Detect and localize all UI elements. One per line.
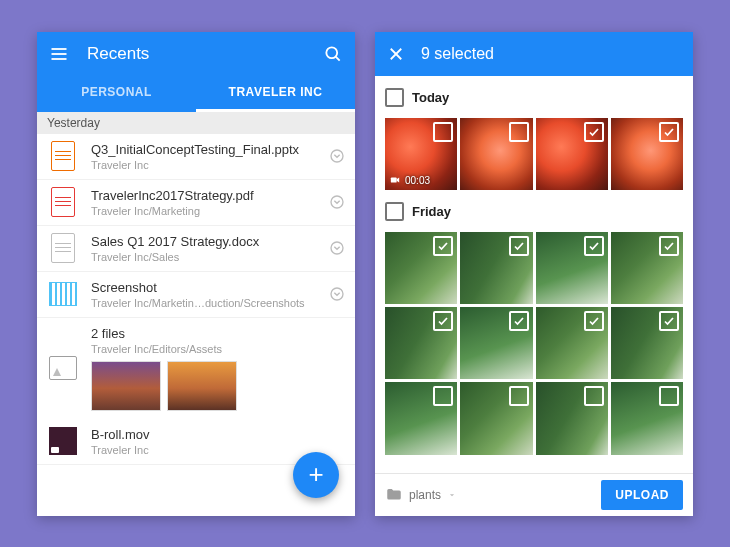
file-name: Q3_InitialConceptTesting_Final.pptx bbox=[91, 142, 329, 157]
photo-tile[interactable] bbox=[385, 382, 457, 454]
tile-checkbox[interactable] bbox=[433, 122, 453, 142]
expand-icon[interactable] bbox=[329, 240, 345, 256]
file-name: TravelerInc2017Strategy.pdf bbox=[91, 188, 329, 203]
day-label: Today bbox=[412, 90, 449, 105]
file-path: Traveler Inc/Marketin…duction/Screenshot… bbox=[91, 297, 329, 309]
pdf-icon bbox=[49, 188, 77, 216]
video-duration: 00:03 bbox=[405, 175, 430, 186]
image-thumbnail[interactable] bbox=[167, 361, 237, 411]
file-row[interactable]: 2 files Traveler Inc/Editors/Assets bbox=[37, 318, 355, 419]
day-header: Today bbox=[385, 84, 683, 112]
select-all-checkbox[interactable] bbox=[385, 88, 404, 107]
tile-checkbox[interactable] bbox=[509, 386, 529, 406]
tile-checkbox[interactable] bbox=[433, 236, 453, 256]
svg-point-3 bbox=[326, 47, 337, 58]
selection-screen: 9 selected Today00:03Friday plants UPLOA… bbox=[375, 32, 693, 516]
photo-tile[interactable] bbox=[536, 118, 608, 190]
upload-bar: plants UPLOAD bbox=[375, 473, 693, 516]
photo-tile[interactable]: 00:03 bbox=[385, 118, 457, 190]
tile-checkbox[interactable] bbox=[659, 386, 679, 406]
select-all-checkbox[interactable] bbox=[385, 202, 404, 221]
video-badge: 00:03 bbox=[389, 175, 430, 186]
photo-tile[interactable] bbox=[460, 307, 532, 379]
docx-icon bbox=[49, 234, 77, 262]
page-title: Recents bbox=[87, 44, 149, 64]
add-button[interactable]: + bbox=[293, 452, 339, 498]
photo-sections: Today00:03Friday bbox=[375, 76, 693, 516]
file-row[interactable]: TravelerInc2017Strategy.pdf Traveler Inc… bbox=[37, 180, 355, 226]
tile-checkbox[interactable] bbox=[433, 386, 453, 406]
photo-tile[interactable] bbox=[611, 382, 683, 454]
photo-grid: 00:03 bbox=[385, 118, 683, 190]
tile-checkbox[interactable] bbox=[584, 122, 604, 142]
account-tabs: PERSONAL TRAVELER INC bbox=[37, 76, 355, 112]
svg-rect-11 bbox=[391, 178, 397, 183]
video-icon bbox=[49, 427, 77, 455]
recents-screen: Recents PERSONAL TRAVELER INC Yesterday … bbox=[37, 32, 355, 516]
photo-tile[interactable] bbox=[536, 232, 608, 304]
image-thumbnail[interactable] bbox=[91, 361, 161, 411]
expand-icon[interactable] bbox=[329, 194, 345, 210]
file-row[interactable]: Q3_InitialConceptTesting_Final.pptx Trav… bbox=[37, 134, 355, 180]
file-name: B-roll.mov bbox=[91, 427, 345, 442]
file-name: Sales Q1 2017 Strategy.docx bbox=[91, 234, 329, 249]
close-icon[interactable] bbox=[387, 45, 405, 63]
images-icon bbox=[49, 354, 77, 382]
search-icon[interactable] bbox=[323, 44, 343, 64]
section-header: Yesterday bbox=[37, 112, 355, 134]
tile-checkbox[interactable] bbox=[584, 386, 604, 406]
chevron-down-icon[interactable] bbox=[447, 490, 457, 500]
tile-checkbox[interactable] bbox=[433, 311, 453, 331]
destination-folder[interactable]: plants bbox=[409, 488, 441, 502]
file-path: Traveler Inc/Editors/Assets bbox=[91, 343, 345, 355]
tab-personal[interactable]: PERSONAL bbox=[37, 76, 196, 112]
tab-label: TRAVELER INC bbox=[229, 85, 323, 99]
photo-tile[interactable] bbox=[611, 118, 683, 190]
day-section: Friday bbox=[375, 190, 693, 455]
expand-icon[interactable] bbox=[329, 286, 345, 302]
stage: Recents PERSONAL TRAVELER INC Yesterday … bbox=[0, 0, 730, 547]
tile-checkbox[interactable] bbox=[509, 311, 529, 331]
app-bar: Recents bbox=[37, 32, 355, 76]
photo-tile[interactable] bbox=[385, 307, 457, 379]
photo-tile[interactable] bbox=[460, 382, 532, 454]
file-path: Traveler Inc bbox=[91, 159, 329, 171]
screenshot-icon bbox=[49, 280, 77, 308]
expand-icon[interactable] bbox=[329, 148, 345, 164]
photo-tile[interactable] bbox=[536, 382, 608, 454]
tile-checkbox[interactable] bbox=[659, 122, 679, 142]
tile-checkbox[interactable] bbox=[659, 236, 679, 256]
tile-checkbox[interactable] bbox=[509, 122, 529, 142]
plus-icon: + bbox=[308, 459, 323, 490]
tile-checkbox[interactable] bbox=[584, 236, 604, 256]
photo-tile[interactable] bbox=[536, 307, 608, 379]
selection-count: 9 selected bbox=[421, 45, 494, 63]
tile-checkbox[interactable] bbox=[659, 311, 679, 331]
file-row[interactable]: Sales Q1 2017 Strategy.docx Traveler Inc… bbox=[37, 226, 355, 272]
tab-traveler-inc[interactable]: TRAVELER INC bbox=[196, 76, 355, 112]
tab-label: PERSONAL bbox=[81, 85, 152, 99]
file-name: 2 files bbox=[91, 326, 345, 341]
photo-tile[interactable] bbox=[460, 118, 532, 190]
upload-button[interactable]: UPLOAD bbox=[601, 480, 683, 510]
svg-line-4 bbox=[336, 56, 340, 60]
file-row[interactable]: Screenshot Traveler Inc/Marketin…duction… bbox=[37, 272, 355, 318]
folder-icon bbox=[385, 486, 403, 504]
file-path: Traveler Inc/Sales bbox=[91, 251, 329, 263]
svg-point-8 bbox=[331, 288, 343, 300]
svg-point-5 bbox=[331, 150, 343, 162]
day-section: Today00:03 bbox=[375, 76, 693, 190]
selection-app-bar: 9 selected bbox=[375, 32, 693, 76]
pptx-icon bbox=[49, 142, 77, 170]
file-path: Traveler Inc/Marketing bbox=[91, 205, 329, 217]
photo-tile[interactable] bbox=[385, 232, 457, 304]
photo-tile[interactable] bbox=[460, 232, 532, 304]
section-label: Yesterday bbox=[47, 116, 100, 130]
photo-grid bbox=[385, 232, 683, 455]
tile-checkbox[interactable] bbox=[509, 236, 529, 256]
tile-checkbox[interactable] bbox=[584, 311, 604, 331]
hamburger-icon[interactable] bbox=[49, 44, 69, 64]
file-list: Q3_InitialConceptTesting_Final.pptx Trav… bbox=[37, 134, 355, 465]
photo-tile[interactable] bbox=[611, 232, 683, 304]
photo-tile[interactable] bbox=[611, 307, 683, 379]
